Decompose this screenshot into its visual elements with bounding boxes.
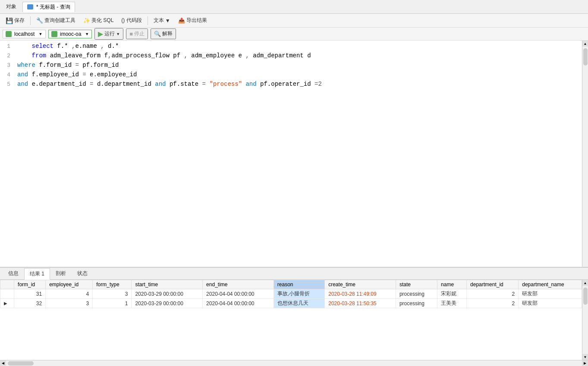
- code-snippet-label: () 代码段: [121, 17, 141, 24]
- col-header-department_id[interactable]: department_id: [467, 280, 519, 289]
- cell-form_id-1: 31: [14, 289, 46, 299]
- stop-button[interactable]: ■ 停止: [126, 28, 148, 39]
- beautify-label: 美化 SQL: [91, 17, 113, 24]
- editor-with-scroll: 1 select f.* ,e.name , d.* 2 from adm_le…: [0, 41, 588, 267]
- tab-status-label: 状态: [77, 270, 88, 276]
- run-button[interactable]: ▶ 运行 ▼: [94, 28, 123, 40]
- col-header-reason[interactable]: reason: [274, 280, 324, 289]
- cell-department_id-2: 2: [467, 299, 519, 308]
- table-scroll-thumb[interactable]: [583, 288, 588, 305]
- cell-state-2: processing: [396, 299, 437, 308]
- server-value: localhost: [14, 31, 35, 37]
- col-header-start_time[interactable]: start_time: [132, 280, 203, 289]
- query-builder-label: 查询创建工具: [44, 17, 75, 24]
- run-icon: ▶: [98, 30, 103, 38]
- text-label: 文本: [154, 17, 164, 24]
- tab-status[interactable]: 状态: [72, 268, 93, 279]
- col-header-department_name[interactable]: department_name: [519, 280, 582, 289]
- h-scroll-left[interactable]: ◀: [0, 360, 6, 366]
- result-table: form_id employee_id form_type start_time…: [0, 280, 582, 308]
- dropdown-arrow: ▼: [165, 18, 170, 24]
- horizontal-scrollbar[interactable]: ◀ ▶: [0, 360, 588, 366]
- line-content-1: select f.* ,e.name , d.*: [17, 43, 582, 50]
- tab-profile-label: 剖析: [56, 270, 66, 276]
- cell-name-2: 王美美: [437, 299, 467, 308]
- vertical-scrollbar[interactable]: ▲: [582, 41, 588, 267]
- line-num-1: 1: [0, 43, 17, 50]
- h-scroll-thumb[interactable]: [8, 361, 34, 366]
- line-num-5: 5: [0, 81, 17, 88]
- col-header-end_time[interactable]: end_time: [203, 280, 274, 289]
- toolbar-separator-1: [30, 16, 31, 25]
- table-vertical-scrollbar[interactable]: ▲ ▼: [582, 280, 588, 360]
- cell-create_time-2: 2020-03-28 11:50:35: [325, 299, 396, 308]
- line-num-3: 3: [0, 62, 17, 69]
- col-header-name[interactable]: name: [437, 280, 467, 289]
- table-scroll-up[interactable]: ▲: [582, 280, 588, 286]
- server-select[interactable]: localhost ▼: [3, 30, 46, 38]
- tab-result1[interactable]: 结果 1: [24, 268, 50, 280]
- cell-reason-2: 也想休息几天: [274, 299, 324, 308]
- col-header-arrow: [0, 280, 14, 289]
- code-line-2: 2 from adm_leave_form f,adm_process_flow…: [0, 52, 582, 61]
- line-content-4: and f.employee_id = e.employee_id: [17, 71, 582, 78]
- editor-area: 1 select f.* ,e.name , d.* 2 from adm_le…: [0, 41, 588, 366]
- title-bar: 对象 * 无标题 - 查询: [0, 0, 588, 14]
- db-dropdown-icon: ▼: [85, 32, 89, 36]
- cell-name-1: 宋彩妮: [437, 289, 467, 299]
- result-table-wrap[interactable]: form_id employee_id form_type start_time…: [0, 280, 582, 360]
- row-arrow-1: [0, 289, 14, 299]
- export-label: 导出结果: [186, 17, 207, 24]
- cell-employee_id-1: 4: [46, 289, 93, 299]
- line-num-4: 4: [0, 72, 17, 78]
- h-scroll-right[interactable]: ▶: [582, 360, 588, 366]
- col-header-employee_id[interactable]: employee_id: [46, 280, 93, 289]
- tab-result1-label: 结果 1: [30, 271, 44, 277]
- query-builder-icon: 🔧: [36, 17, 43, 24]
- line-content-2: from adm_leave_form f,adm_process_flow p…: [17, 52, 582, 59]
- bottom-panel: 信息 结果 1 剖析 状态 form_id employee_id: [0, 267, 588, 366]
- col-header-form_id[interactable]: form_id: [14, 280, 46, 289]
- tab-info[interactable]: 信息: [3, 268, 24, 279]
- code-line-3: 3 where f.form_id = pf.form_id: [0, 61, 582, 71]
- explain-icon: 🔍: [154, 31, 161, 37]
- table-scroll-down[interactable]: ▼: [582, 354, 588, 360]
- table-row: 31 4 3 2020-03-29 00:00:00 2020-04-04 00…: [0, 289, 582, 299]
- line-num-2: 2: [0, 53, 17, 59]
- col-header-create_time[interactable]: create_time: [325, 280, 396, 289]
- tab-label: * 无标题 - 查询: [36, 3, 70, 11]
- cell-end_time-2: 2020-04-04 00:00:00: [203, 299, 274, 308]
- stop-label: 停止: [134, 30, 145, 38]
- cell-form_id-2: 32: [14, 299, 46, 308]
- beautify-button[interactable]: ✨ 美化 SQL: [80, 16, 116, 25]
- row-arrow-2: ▶: [0, 299, 14, 308]
- tab-profile[interactable]: 剖析: [50, 268, 72, 279]
- cell-employee_id-2: 3: [46, 299, 93, 308]
- col-header-form_type[interactable]: form_type: [93, 280, 132, 289]
- text-button[interactable]: 文本 ▼: [151, 16, 173, 25]
- scroll-thumb[interactable]: [583, 48, 588, 66]
- line-content-3: where f.form_id = pf.form_id: [17, 62, 582, 69]
- scroll-up-arrow[interactable]: ▲: [582, 41, 588, 47]
- cell-reason-1: 事故,小腿骨折: [274, 289, 324, 299]
- database-select[interactable]: imooc-oa ▼: [48, 30, 92, 38]
- db-icon: [51, 31, 57, 37]
- table-container: form_id employee_id form_type start_time…: [0, 280, 588, 360]
- code-editor[interactable]: 1 select f.* ,e.name , d.* 2 from adm_le…: [0, 41, 582, 267]
- table-row: ▶ 32 3 1 2020-03-29 00:00:00 2020-04-04 …: [0, 299, 582, 308]
- save-button[interactable]: 💾 保存: [3, 16, 28, 25]
- active-tab[interactable]: * 无标题 - 查询: [22, 2, 75, 12]
- query-builder-button[interactable]: 🔧 查询创建工具: [33, 16, 79, 25]
- export-icon: 📤: [178, 17, 185, 24]
- save-label: 保存: [14, 17, 25, 24]
- export-button[interactable]: 📤 导出结果: [175, 16, 210, 25]
- run-dropdown-icon: ▼: [116, 32, 120, 36]
- cell-department_id-1: 2: [467, 289, 519, 299]
- toolbar: 💾 保存 🔧 查询创建工具 ✨ 美化 SQL () 代码段 文本 ▼ 📤 导出结…: [0, 14, 588, 28]
- explain-button[interactable]: 🔍 解释: [151, 28, 176, 39]
- col-header-state[interactable]: state: [396, 280, 437, 289]
- obj-label: 对象: [3, 2, 19, 11]
- code-snippet-button[interactable]: () 代码段: [118, 16, 145, 25]
- result-tabs: 信息 结果 1 剖析 状态: [0, 268, 588, 280]
- stop-icon: ■: [129, 31, 133, 37]
